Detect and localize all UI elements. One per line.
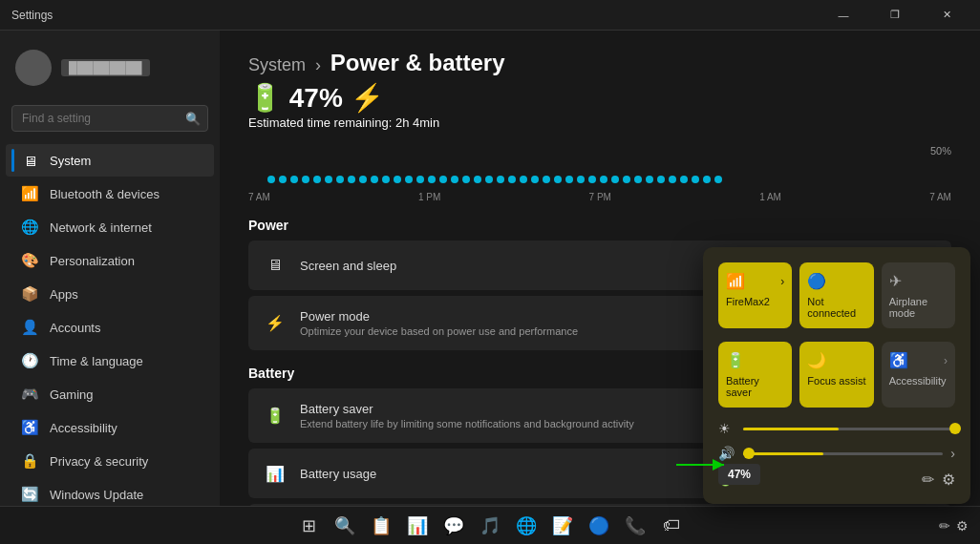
chart-dot — [588, 176, 596, 183]
edge-button[interactable]: 🌐 — [511, 511, 542, 541]
chart-dot — [680, 176, 688, 183]
volume-chevron-icon[interactable]: › — [950, 446, 955, 461]
chart-dot — [692, 176, 699, 183]
chart-dot — [474, 176, 481, 183]
minimize-button[interactable]: — — [821, 0, 865, 31]
sidebar-label-bluetooth: Bluetooth & devices — [50, 187, 160, 201]
arrow-indicator — [676, 455, 734, 477]
app-icon-1[interactable]: 🏷 — [656, 511, 687, 541]
taskbar: ⊞ 🔍 📋 📊 💬 🎵 🌐 📝 🔵 📞 🏷 ✏ ⚙ — [0, 506, 980, 544]
quick-tile-wifi[interactable]: 📶›FireMax2 — [718, 262, 792, 328]
sidebar-item-network[interactable]: 🌐Network & internet — [6, 211, 214, 243]
chart-dot — [714, 176, 722, 183]
sidebar-label-accessibility: Accessibility — [50, 421, 117, 435]
search-taskbar-button[interactable]: 🔍 — [330, 511, 360, 541]
chart-dot — [382, 176, 390, 183]
spotify-button[interactable]: 🎵 — [475, 511, 505, 541]
sidebar-item-time[interactable]: 🕐Time & language — [6, 345, 214, 377]
brightness-slider[interactable] — [743, 428, 955, 430]
chart-dot — [267, 176, 275, 183]
chart-dot — [623, 176, 630, 183]
accessibility2-tile-label: Accessibility — [889, 375, 947, 387]
widgets-button[interactable]: 📊 — [402, 511, 433, 541]
chart-dot — [554, 176, 562, 183]
chart-dot — [520, 176, 527, 183]
system-nav-icon: 🖥 — [21, 152, 38, 169]
quick-tile-airplane[interactable]: ✈Airplane mode — [882, 262, 955, 328]
breadcrumb: System › Power & battery — [248, 50, 951, 76]
maximize-button[interactable]: ❐ — [873, 0, 917, 31]
sidebar-item-gaming[interactable]: 🎮Gaming — [6, 378, 214, 410]
focus-tile-icon: 🌙 — [807, 351, 826, 369]
teams2-button[interactable]: 🔵 — [584, 511, 614, 541]
quick-tile-accessibility2[interactable]: ♿›Accessibility — [882, 342, 955, 408]
edit-taskbar-icon[interactable]: ✏ — [939, 518, 950, 534]
chart-time-label: 7 AM — [248, 192, 270, 202]
close-button[interactable]: ✕ — [925, 0, 969, 31]
sidebar-label-network: Network & internet — [50, 220, 152, 235]
privacy-nav-icon: 🔒 — [21, 452, 38, 470]
teams-button[interactable]: 💬 — [438, 511, 469, 541]
brightness-thumb[interactable] — [949, 423, 961, 434]
brightness-icon: ☀ — [718, 421, 735, 436]
edit-icon[interactable]: ✏ — [922, 471, 934, 489]
chart-dot — [371, 176, 378, 183]
quick-tile-focus[interactable]: 🌙Focus assist — [799, 342, 873, 408]
chart-dot — [646, 176, 653, 183]
quick-tile-bluetooth[interactable]: 🔵Not connected — [799, 262, 873, 328]
window-controls: — ❐ ✕ — [821, 0, 969, 31]
sidebar-label-privacy: Privacy & security — [50, 454, 148, 469]
chart-time-label: 1 AM — [759, 192, 781, 202]
volume-thumb[interactable] — [743, 448, 755, 459]
chart-dot — [428, 176, 436, 183]
wifi-tile-icon: 📶 — [726, 272, 745, 290]
sidebar-item-accessibility[interactable]: ♿Accessibility — [6, 411, 214, 444]
sidebar-item-system[interactable]: 🖥System — [6, 144, 214, 177]
sidebar-item-personalization[interactable]: 🎨Personalization — [6, 244, 214, 277]
accessibility-nav-icon: ♿ — [21, 419, 38, 436]
sidebar-item-bluetooth[interactable]: 📶Bluetooth & devices — [6, 178, 214, 210]
accounts-nav-icon: 👤 — [21, 319, 38, 336]
settings-taskbar-icon[interactable]: ⚙ — [956, 518, 969, 534]
taskbar-right: ✏ ⚙ — [939, 518, 969, 534]
chart-dot — [394, 176, 401, 183]
bluetooth-nav-icon: 📶 — [21, 185, 38, 202]
chart-dot — [279, 176, 287, 183]
battery-percent-display: 47% — [289, 83, 343, 113]
word-button[interactable]: 📝 — [547, 511, 578, 541]
wifi-tile-arrow: › — [780, 275, 784, 288]
volume-slider[interactable] — [743, 452, 943, 455]
quick-tiles-row2: 🔋Battery saver🌙Focus assist♿›Accessibili… — [718, 342, 955, 408]
battery-display: 🔋 47% ⚡ — [248, 82, 951, 114]
chart-time-label: 7 PM — [589, 192, 611, 202]
chart-dot — [313, 176, 321, 183]
chart-dot — [348, 176, 355, 183]
settings-action-icon[interactable]: ⚙ — [942, 471, 955, 489]
chart-dot — [451, 176, 458, 183]
skype-button[interactable]: 📞 — [620, 511, 650, 541]
start-button[interactable]: ⊞ — [293, 511, 324, 541]
chart-dot — [439, 176, 447, 183]
update-nav-icon: 🔄 — [21, 486, 38, 503]
chart-dot — [703, 176, 711, 183]
sidebar-label-personalization: Personalization — [50, 254, 135, 268]
chart-50-label: 50% — [930, 145, 951, 157]
sidebar-item-accounts[interactable]: 👤Accounts — [6, 311, 214, 344]
quick-tile-battery-saver[interactable]: 🔋Battery saver — [718, 342, 792, 408]
chart-dot — [325, 176, 332, 183]
battery-saver-tile-icon: 🔋 — [726, 351, 745, 369]
accessibility2-tile-arrow: › — [944, 354, 948, 367]
search-input[interactable] — [11, 105, 208, 132]
chart-dot — [577, 176, 585, 183]
chart-times: 7 AM1 PM7 PM1 AM7 AM — [248, 192, 951, 202]
battery-icon: 🔋 — [248, 83, 282, 113]
sidebar-user: █████████ — [0, 42, 220, 101]
section-power-title: Power — [248, 218, 951, 233]
battery-saver-tile-label: Battery saver — [726, 375, 784, 398]
task-view-button[interactable]: 📋 — [366, 511, 396, 541]
sidebar-item-privacy[interactable]: 🔒Privacy & security — [6, 445, 214, 477]
chart-dot — [565, 176, 573, 183]
charging-icon: ⚡ — [351, 83, 384, 113]
sidebar-item-apps[interactable]: 📦Apps — [6, 278, 214, 310]
airplane-tile-icon: ✈ — [889, 272, 902, 290]
